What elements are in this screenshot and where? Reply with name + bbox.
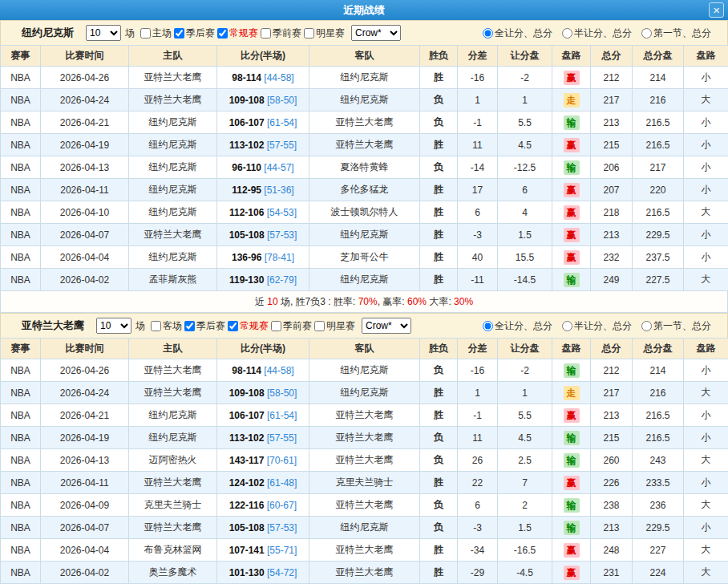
full-handicap-total-radio[interactable] (483, 28, 493, 39)
away-team-cell: 克里夫兰骑士 (309, 472, 420, 494)
allstar-checkbox[interactable] (314, 321, 325, 331)
final-score: 101-130 (229, 567, 265, 578)
handicap-line-cell: -12.5 (498, 156, 552, 179)
handicap-result-badge: 赢 (564, 408, 580, 423)
total-line-cell: 214 (633, 67, 684, 89)
halftime-score: [61-54] (267, 117, 297, 128)
handicap-result-badge: 输 (564, 498, 580, 513)
point-diff-cell: -16 (458, 67, 498, 89)
games-count-select[interactable]: 10 (96, 318, 131, 334)
first-quarter-total-radio-label[interactable]: 第一节、总分 (641, 26, 711, 40)
home-games-checkbox[interactable] (140, 28, 151, 39)
win-loss-cell: 胜 (420, 224, 458, 246)
radio-text: 第一节、总分 (653, 319, 711, 333)
total-points-cell: 217 (591, 89, 633, 112)
away-team-cell: 亚特兰大老鹰 (309, 562, 420, 584)
full-handicap-total-radio-label[interactable]: 全让分、总分 (483, 319, 552, 333)
halftime-score: [61-48] (267, 477, 297, 489)
home-team-cell: 纽约尼克斯 (129, 112, 217, 134)
handicap-result-badge: 赢 (564, 183, 580, 197)
total-points-cell: 218 (591, 201, 633, 224)
home-team-cell: 孟菲斯灰熊 (129, 269, 217, 291)
allstar-checkbox-label[interactable]: 明星赛 (314, 319, 355, 333)
home-games-checkbox-label[interactable]: 主场 (140, 26, 172, 40)
handicap-result-cell: 赢 (552, 201, 591, 224)
score-cell: 106-107 [61-54] (217, 404, 309, 427)
score-cell: 98-114 [44-58] (217, 359, 309, 382)
over-under-cell: 小 (684, 224, 728, 246)
league-cell: NBA (1, 382, 41, 404)
regular-season-checkbox[interactable] (217, 28, 228, 39)
win-loss-cell: 胜 (420, 179, 458, 201)
half-handicap-total-radio[interactable] (562, 28, 572, 39)
handicap-result-badge: 输 (564, 116, 580, 130)
column-header: 总分 (591, 46, 633, 67)
handicap-result-badge: 赢 (564, 566, 580, 580)
total-points-cell: 260 (591, 449, 633, 472)
playoffs-checkbox[interactable] (174, 28, 184, 39)
handicap-line-cell: 1.5 (498, 517, 552, 539)
preseason-checkbox-label[interactable]: 季前赛 (261, 26, 301, 40)
total-points-cell: 206 (591, 156, 633, 179)
final-score: 105-108 (229, 229, 265, 241)
full-handicap-total-radio-label[interactable]: 全让分、总分 (483, 26, 552, 40)
point-diff-cell: 6 (458, 201, 498, 224)
halftime-score: [51-36] (264, 185, 293, 196)
regular-season-checkbox[interactable] (228, 321, 238, 331)
date-cell: 2026-04-26 (41, 359, 129, 382)
point-diff-cell: 1 (458, 382, 498, 404)
away-games-checkbox[interactable] (151, 321, 161, 331)
handicap-result-badge: 输 (564, 431, 580, 445)
point-diff-cell: 11 (458, 134, 498, 156)
allstar-checkbox-label[interactable]: 明星赛 (304, 26, 345, 40)
team-section: 纽约尼克斯10场主场季后赛常规赛季前赛明星赛Crow*全让分、总分半让分、总分第… (0, 20, 728, 313)
regular-season-checkbox-label[interactable]: 常规赛 (228, 319, 269, 333)
date-cell: 2026-04-11 (41, 179, 129, 201)
checkbox-text: 常规赛 (240, 319, 269, 333)
radio-text: 半让分、总分 (574, 319, 632, 333)
handicap-line-cell: 4.5 (498, 427, 552, 449)
first-quarter-total-radio[interactable] (641, 28, 652, 39)
away-team-cell: 纽约尼克斯 (309, 89, 420, 112)
first-quarter-total-radio-label[interactable]: 第一节、总分 (641, 319, 711, 333)
win-loss-cell: 胜 (420, 562, 458, 584)
league-cell: NBA (1, 494, 41, 517)
allstar-checkbox[interactable] (304, 28, 314, 39)
regular-season-checkbox-label[interactable]: 常规赛 (217, 26, 258, 40)
handicap-line-cell: 6 (498, 179, 552, 201)
playoffs-checkbox-label[interactable]: 季后赛 (184, 319, 225, 333)
preseason-checkbox[interactable] (271, 321, 281, 331)
total-points-cell: 238 (591, 494, 633, 517)
close-icon[interactable]: ✕ (709, 2, 724, 18)
handicap-result-badge: 赢 (564, 228, 580, 242)
league-filter-select[interactable]: Crow* (351, 25, 401, 41)
games-count-select[interactable]: 10 (86, 25, 121, 41)
playoffs-checkbox-label[interactable]: 季后赛 (174, 26, 215, 40)
win-loss-cell: 胜 (420, 404, 458, 427)
preseason-checkbox-label[interactable]: 季前赛 (271, 319, 312, 333)
away-team-cell: 亚特兰大老鹰 (309, 112, 420, 134)
handicap-line-cell: 5.5 (498, 404, 552, 427)
handicap-result-cell: 赢 (552, 179, 591, 201)
half-handicap-total-radio-label[interactable]: 半让分、总分 (562, 26, 632, 40)
first-quarter-total-radio[interactable] (641, 321, 652, 331)
score-cell: 105-108 [57-53] (217, 224, 309, 246)
full-handicap-total-radio[interactable] (483, 321, 493, 331)
home-team-cell: 纽约尼克斯 (129, 404, 217, 427)
game-row: NBA2026-04-09克里夫兰骑士122-116 [60-67]亚特兰大老鹰… (1, 494, 728, 517)
playoffs-checkbox[interactable] (184, 321, 195, 331)
team-section: 亚特兰大老鹰10场客场季后赛常规赛季前赛明星赛Crow*全让分、总分半让分、总分… (0, 313, 728, 584)
final-score: 107-141 (229, 545, 265, 556)
preseason-checkbox[interactable] (261, 28, 271, 39)
score-cell: 143-117 [70-61] (217, 449, 309, 472)
point-diff-cell: -3 (458, 224, 498, 246)
half-handicap-total-radio-label[interactable]: 半让分、总分 (562, 319, 632, 333)
handicap-result-badge: 输 (564, 273, 580, 287)
league-filter-select[interactable]: Crow* (362, 318, 411, 334)
handicap-line-cell: 2 (498, 494, 552, 517)
win-loss-cell: 负 (420, 156, 458, 179)
win-loss-cell: 胜 (420, 539, 458, 562)
away-games-checkbox-label[interactable]: 客场 (151, 319, 182, 333)
home-team-cell: 迈阿密热火 (129, 449, 217, 472)
half-handicap-total-radio[interactable] (562, 321, 572, 331)
